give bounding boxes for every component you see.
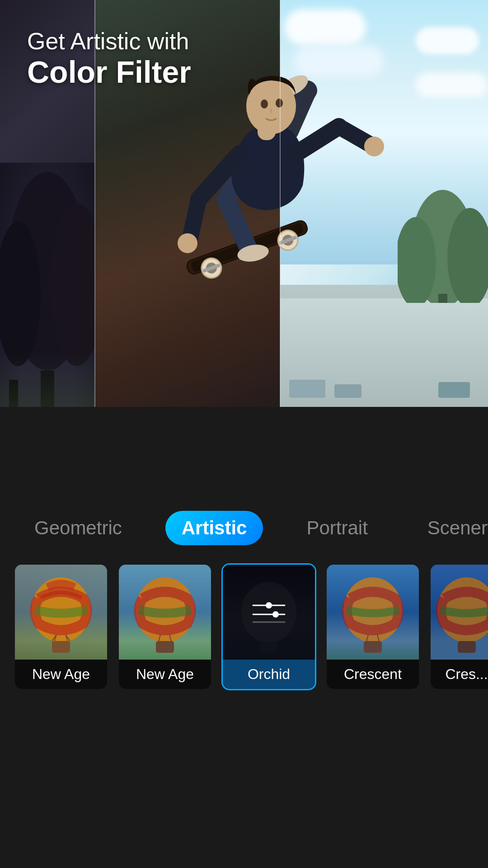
svg-point-49 bbox=[272, 611, 279, 618]
svg-point-28 bbox=[178, 233, 197, 253]
filter-new-age-2[interactable]: New Age bbox=[117, 563, 212, 690]
svg-rect-45 bbox=[260, 642, 277, 652]
filter-new-age-1[interactable]: New Age bbox=[14, 563, 108, 690]
filter-label-crescent-2: Cres... bbox=[431, 660, 488, 689]
skateboarder-image bbox=[117, 45, 434, 371]
filter-label-crescent-1: Crescent bbox=[327, 660, 419, 689]
filter-orchid[interactable]: Orchid bbox=[221, 563, 316, 690]
filter-thumb-img-new-age-2 bbox=[119, 565, 211, 660]
svg-point-32 bbox=[261, 99, 268, 108]
svg-point-33 bbox=[276, 99, 283, 108]
filter-crescent-1[interactable]: Crescent bbox=[325, 563, 420, 690]
svg-rect-8 bbox=[438, 294, 447, 303]
hero-subtitle: Get Artistic with bbox=[27, 27, 191, 55]
svg-line-25 bbox=[190, 199, 199, 240]
panel-divider-right bbox=[280, 0, 281, 407]
hero-title: Color Filter bbox=[27, 55, 191, 89]
filter-thumb-img-orchid bbox=[223, 565, 315, 660]
hero-text: Get Artistic with Color Filter bbox=[27, 27, 191, 89]
tab-geometric[interactable]: Geometric bbox=[18, 511, 138, 545]
filter-label-orchid: Orchid bbox=[223, 660, 315, 689]
tab-artistic[interactable]: Artistic bbox=[165, 511, 263, 545]
svg-point-29 bbox=[364, 137, 384, 156]
filter-crescent-2[interactable]: Cres... bbox=[429, 563, 488, 690]
filter-label-new-age-2: New Age bbox=[119, 660, 211, 689]
tab-portrait[interactable]: Portrait bbox=[290, 511, 384, 545]
hero-image: Get Artistic with Color Filter bbox=[0, 0, 488, 407]
filter-thumb-img-new-age-1 bbox=[15, 565, 107, 660]
svg-point-47 bbox=[266, 602, 272, 609]
svg-line-18 bbox=[226, 199, 249, 249]
category-tabs: Geometric Artistic Portrait Scenery Food bbox=[0, 497, 488, 554]
tab-scenery[interactable]: Scenery bbox=[411, 511, 488, 545]
filter-thumb-img-crescent-1 bbox=[327, 565, 419, 660]
filter-thumb-img-crescent-2 bbox=[431, 565, 488, 660]
filter-label-new-age-1: New Age bbox=[15, 660, 107, 689]
filter-thumbnails: New Age New Age bbox=[0, 554, 488, 708]
dark-spacer bbox=[0, 407, 488, 497]
